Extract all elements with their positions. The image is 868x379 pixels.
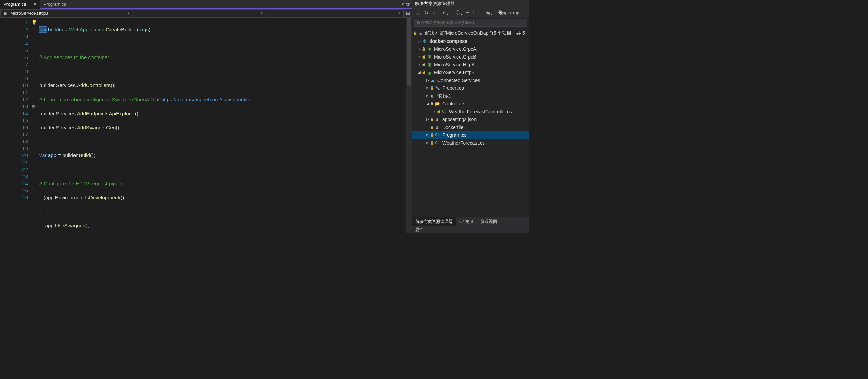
search-input[interactable] — [414, 19, 527, 27]
solution-tree: 🔒▣解决方案"MicroServiceOnDapr"(5 个项目，共 5 ▷☸d… — [412, 28, 529, 217]
line-gutter: 1234567891011121314151617181920212223242… — [0, 18, 31, 233]
panel-tab-resources[interactable]: 资源视图 — [477, 217, 500, 226]
csproj-icon: ▣ — [427, 70, 432, 75]
fold-toggle[interactable]: ⊟ — [31, 103, 36, 110]
forward-icon[interactable]: ↻ — [422, 9, 430, 16]
chevron-right-icon[interactable]: ▷ — [417, 55, 422, 59]
panel-tab-solution[interactable]: 解决方案资源管理器 — [412, 217, 456, 226]
project-grpc-b[interactable]: ▷🔒▣MicroService.GrpcB — [412, 53, 529, 61]
tab-label: Program.cs — [3, 2, 26, 7]
close-icon[interactable]: ✕ — [33, 2, 36, 6]
pin-icon[interactable]: ⊣ — [28, 2, 31, 6]
panel-tab-git[interactable]: Git 更改 — [456, 217, 477, 226]
chevron-down-icon: ▼ — [127, 12, 130, 15]
docker-icon: ☸ — [422, 38, 427, 44]
scope-dropdown[interactable]: ▣ MicroService.HttpB ▼ — [0, 9, 133, 17]
chevron-down-icon: ▼ — [398, 12, 401, 15]
nav-bar: ▣ MicroService.HttpB ▼ ▼ ▼ ⊟ — [0, 9, 412, 18]
code-text[interactable]: var builder = WebApplication.CreateBuild… — [36, 18, 406, 233]
lock-icon: 🔒 — [430, 133, 434, 137]
tab-program-active[interactable]: Program.cs ⊣ ✕ — [0, 0, 40, 9]
solution-icon: ▣ — [418, 31, 423, 36]
dependencies-icon: ⊞ — [430, 93, 435, 99]
home-icon[interactable]: ⌂ — [431, 9, 438, 16]
lock-icon: 🔒 — [430, 86, 434, 90]
properties-panel-title: 属性 — [412, 226, 529, 233]
chevron-right-icon[interactable]: ▷ — [425, 86, 430, 90]
sync-icon[interactable]: ↹ — [483, 9, 493, 16]
scrollbar-thumb[interactable] — [407, 18, 411, 86]
sln-toolbar: ◌ ↻ ⌂ ⋔ ⓕ ▭ ❐ ↹ 🔧 �простор — [412, 7, 529, 18]
panel-tab-strip: 解决方案资源管理器 Git 更改 资源视图 — [412, 217, 529, 226]
chevron-down-icon[interactable]: ◢ — [425, 102, 430, 105]
csharp-icon: C# — [435, 140, 440, 146]
lock-icon: 🔒 — [437, 110, 441, 113]
csharp-icon: C# — [441, 109, 447, 114]
chevron-down-icon: ▼ — [260, 12, 263, 15]
dependencies[interactable]: ▷⊞依赖项 — [412, 92, 529, 100]
preview-icon[interactable]: �простор — [505, 9, 513, 16]
csproj-icon: ▣ — [3, 11, 8, 16]
chevron-right-icon[interactable]: ▷ — [425, 94, 430, 98]
chevron-right-icon[interactable]: ▷ — [432, 110, 437, 113]
csharp-icon: C# — [435, 132, 440, 138]
file-dockerfile[interactable]: 🔒🗎Dockerfile — [412, 123, 529, 131]
fold-gutter: ⊟ — [31, 18, 36, 233]
file-weatherforecastcontroller[interactable]: ▷🔒C#WeatherForecastController.cs — [412, 108, 529, 115]
json-icon: 🗎 — [435, 117, 440, 122]
csproj-icon: ▣ — [427, 46, 432, 52]
lock-icon: 🔒 — [422, 55, 426, 59]
csproj-icon: ▣ — [427, 62, 432, 67]
lock-icon: 🔒 — [422, 70, 426, 74]
switch-view-icon[interactable]: ⋔ — [439, 9, 449, 16]
project-http-a[interactable]: ▷🔒▣MicroService.HttpA — [412, 61, 529, 68]
lock-icon: 🔒 — [430, 117, 434, 121]
lock-icon: 🔒 — [430, 102, 434, 105]
lock-icon: 🔒 — [413, 31, 417, 35]
connected-icon: ☁ — [430, 78, 435, 83]
collapse-all-icon[interactable]: ▭ — [464, 9, 471, 16]
folder-icon: 📂 — [435, 101, 440, 106]
properties-folder[interactable]: ▷🔒🔧Properties — [412, 84, 529, 92]
connected-services[interactable]: ▷☁Connected Services — [412, 76, 529, 84]
type-dropdown[interactable]: ▼ — [134, 9, 266, 17]
solution-node[interactable]: 🔒▣解决方案"MicroServiceOnDapr"(5 个项目，共 5 — [412, 29, 529, 37]
tab-program-preview[interactable]: Program.cs — [40, 0, 69, 9]
chevron-right-icon[interactable]: ▷ — [417, 39, 422, 43]
project-grpc-a[interactable]: ▷🔒▣MicroService.GrpcA — [412, 45, 529, 53]
chevron-right-icon[interactable]: ▷ — [425, 133, 430, 137]
show-all-icon[interactable]: ❐ — [472, 9, 479, 16]
vertical-scrollbar[interactable] — [406, 18, 412, 233]
file-program[interactable]: ▷🔒C#Program.cs — [412, 131, 529, 139]
chevron-right-icon[interactable]: ▷ — [425, 141, 430, 145]
member-dropdown[interactable]: ▼ — [267, 9, 404, 17]
chevron-down-icon[interactable]: ◢ — [417, 70, 422, 74]
chevron-right-icon[interactable]: ▷ — [417, 63, 422, 66]
sln-search — [412, 18, 529, 28]
lock-icon: 🔒 — [430, 141, 434, 145]
tab-strip: Program.cs ⊣ ✕ Program.cs ▾ ✿ — [0, 0, 412, 9]
file-weatherforecast[interactable]: ▷🔒C#WeatherForecast.cs — [412, 139, 529, 147]
lightbulb-icon[interactable]: 💡 — [31, 20, 37, 25]
scope-label: MicroService.HttpB — [10, 11, 48, 16]
filter-icon[interactable]: ⓕ — [453, 9, 463, 16]
chevron-right-icon[interactable]: ▷ — [417, 47, 422, 51]
tab-settings-icon[interactable]: ✿ — [406, 2, 410, 7]
chevron-right-icon[interactable]: ▷ — [425, 117, 430, 121]
project-docker-compose[interactable]: ▷☸docker-compose — [412, 37, 529, 45]
code-area: 💡 12345678910111213141516171819202122232… — [0, 18, 412, 233]
file-appsettings[interactable]: ▷🔒🗎appsettings.json — [412, 115, 529, 123]
split-editor-icon[interactable]: ⊟ — [404, 11, 412, 16]
tab-overflow-icon[interactable]: ▾ — [402, 2, 404, 7]
project-http-b[interactable]: ◢🔒▣MicroService.HttpB — [412, 68, 529, 76]
lock-icon: 🔒 — [430, 125, 434, 129]
editor-pane: Program.cs ⊣ ✕ Program.cs ▾ ✿ ▣ MicroSer… — [0, 0, 412, 233]
solution-explorer: 解决方案资源管理器 ◌ ↻ ⌂ ⋔ ⓕ ▭ ❐ ↹ 🔧 �простор 🔒▣解… — [412, 0, 529, 233]
chevron-right-icon[interactable]: ▷ — [425, 78, 430, 82]
file-icon: 🗎 — [435, 125, 440, 130]
wrench-icon: 🔧 — [435, 85, 440, 91]
csproj-icon: ▣ — [427, 54, 432, 60]
panel-title: 解决方案资源管理器 — [412, 0, 529, 7]
back-icon[interactable]: ◌ — [414, 9, 422, 16]
controllers-folder[interactable]: ◢🔒📂Controllers — [412, 100, 529, 108]
